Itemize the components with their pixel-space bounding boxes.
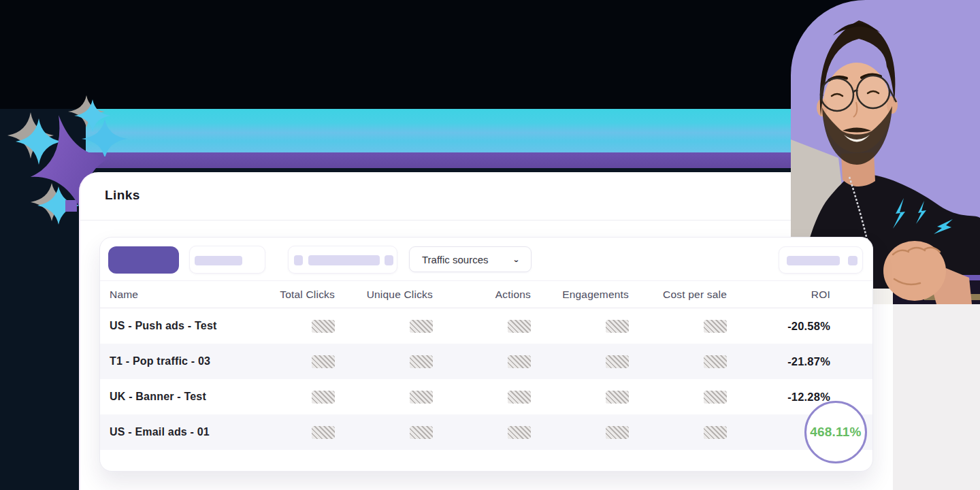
hatched-placeholder (410, 391, 433, 404)
skeleton-input-1[interactable] (189, 246, 265, 274)
column-header-unique-clicks: Unique Clicks (335, 289, 433, 301)
background-gray-region (893, 304, 980, 490)
row-name: US - Email ads - 01 (100, 426, 236, 438)
skeleton-bar (195, 256, 242, 265)
hatched-placeholder (410, 320, 433, 333)
skeleton-bar (787, 256, 840, 265)
roi-value: -20.58% (727, 320, 852, 333)
hatched-placeholder (606, 426, 629, 439)
column-header-name: Name (100, 289, 236, 301)
traffic-sources-dropdown[interactable]: Traffic sources ⌄ (409, 246, 532, 272)
column-header-total-clicks: Total Clicks (236, 289, 335, 301)
column-header-engagements: Engagements (531, 289, 629, 301)
hatched-placeholder (312, 426, 335, 439)
skeleton-button-right[interactable] (779, 246, 863, 274)
traffic-sources-label: Traffic sources (422, 254, 489, 265)
hatched-placeholder (312, 320, 335, 333)
roi-value: -21.87% (727, 355, 852, 368)
table-row[interactable]: US - Push ads - Test -20.58% (100, 308, 872, 344)
skeleton-square (385, 255, 393, 265)
chevron-down-icon: ⌄ (512, 255, 520, 263)
row-name: US - Push ads - Test (100, 320, 236, 332)
page-title: Links (105, 188, 140, 203)
hatched-placeholder (704, 355, 727, 368)
hatched-placeholder (508, 426, 531, 439)
skeleton-bar (308, 255, 380, 265)
column-header-actions: Actions (433, 289, 531, 301)
hatched-placeholder (606, 355, 629, 368)
hatched-placeholder (508, 391, 531, 404)
table-header-row: Name Total Clicks Unique Clicks Actions … (100, 281, 872, 308)
table-row[interactable]: UK - Banner - Test -12.28% (100, 379, 872, 414)
roi-highlight-value: 468.11% (810, 425, 861, 440)
table-body: US - Push ads - Test -20.58% T1 - Pop tr… (100, 308, 872, 450)
hatched-placeholder (312, 355, 335, 368)
hatched-placeholder (508, 355, 531, 368)
roi-highlight-circle: 468.11% (804, 401, 867, 463)
primary-action-button[interactable] (108, 246, 179, 274)
table-row[interactable]: T1 - Pop traffic - 03 -21.87% (100, 344, 872, 379)
card-divider (80, 220, 893, 220)
links-table-panel: Traffic sources ⌄ Name Total Clicks Uniq… (99, 237, 873, 472)
table-row[interactable]: US - Email ads - 01 (100, 414, 872, 450)
hatched-placeholder (704, 391, 727, 404)
hatched-placeholder (704, 426, 727, 439)
row-name: UK - Banner - Test (100, 391, 236, 403)
row-name: T1 - Pop traffic - 03 (100, 355, 236, 368)
hatched-placeholder (410, 426, 433, 439)
column-header-roi: ROI (727, 289, 852, 301)
hatched-placeholder (410, 355, 433, 368)
hatched-placeholder (606, 320, 629, 333)
hatched-placeholder (606, 391, 629, 404)
table-toolbar: Traffic sources ⌄ (100, 238, 872, 281)
hatched-placeholder (508, 320, 531, 333)
hatched-placeholder (312, 391, 335, 404)
hatched-placeholder (704, 320, 727, 333)
sparkle-purple-square (65, 200, 77, 212)
skeleton-square (294, 255, 303, 265)
skeleton-square (848, 256, 858, 265)
column-header-cost-per-sale: Cost per sale (629, 289, 727, 301)
skeleton-input-2[interactable] (288, 246, 397, 274)
